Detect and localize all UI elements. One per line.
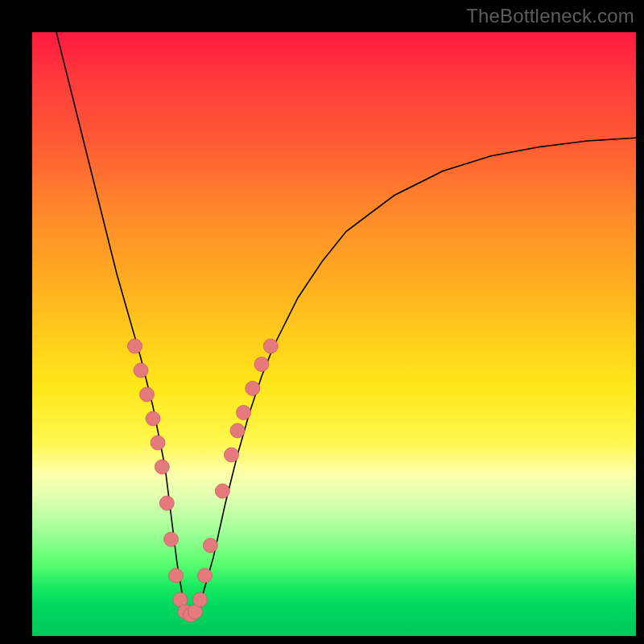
bottleneck-curve bbox=[56, 32, 636, 618]
data-point bbox=[254, 357, 269, 372]
chart-svg bbox=[32, 32, 636, 636]
data-point bbox=[193, 592, 208, 607]
data-point bbox=[215, 484, 229, 498]
data-point bbox=[237, 406, 251, 420]
data-point bbox=[128, 339, 142, 353]
watermark-text: TheBottleneck.com bbox=[466, 5, 634, 27]
chart-frame: TheBottleneck.com bbox=[0, 0, 644, 644]
data-point bbox=[151, 436, 165, 450]
data-point bbox=[146, 411, 160, 426]
data-point bbox=[164, 532, 179, 547]
data-point bbox=[198, 568, 213, 583]
data-point bbox=[225, 448, 239, 462]
data-point bbox=[263, 339, 278, 353]
data-point bbox=[155, 460, 169, 474]
data-point bbox=[169, 568, 184, 583]
data-point bbox=[159, 496, 174, 510]
dots-layer bbox=[128, 339, 279, 622]
data-point bbox=[246, 382, 260, 396]
data-point bbox=[203, 539, 217, 553]
plot-area bbox=[32, 32, 636, 636]
curve-layer bbox=[56, 32, 636, 618]
data-point bbox=[140, 387, 155, 402]
data-point bbox=[230, 423, 245, 438]
data-point bbox=[134, 363, 148, 378]
